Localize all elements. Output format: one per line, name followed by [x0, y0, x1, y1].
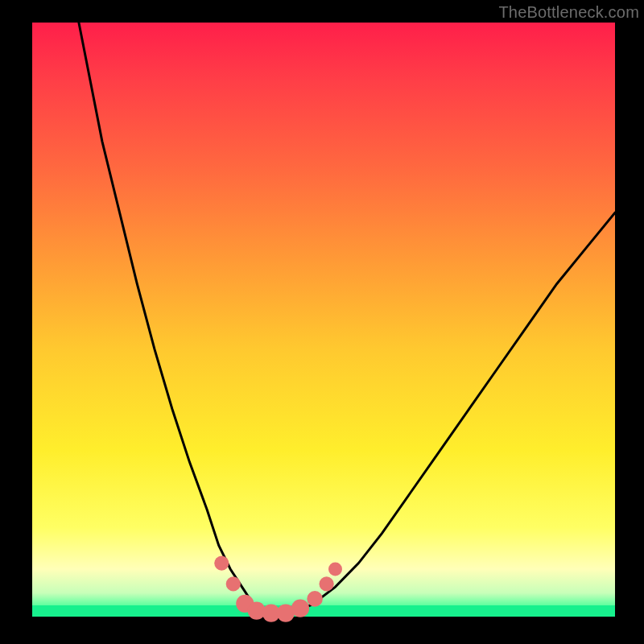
chart-frame: TheBottleneck.com [0, 0, 644, 644]
curve-marker [214, 556, 229, 571]
curve-marker [307, 591, 323, 607]
chart-plot-area [32, 23, 615, 617]
curve-marker [226, 576, 241, 591]
curve-marker [291, 600, 309, 617]
curve-marker [328, 563, 342, 576]
curve-marker [320, 576, 334, 591]
watermark-text: TheBottleneck.com [498, 3, 639, 22]
curve-layer [32, 23, 615, 617]
bottleneck-curve [79, 23, 615, 613]
curve-markers [214, 556, 342, 622]
